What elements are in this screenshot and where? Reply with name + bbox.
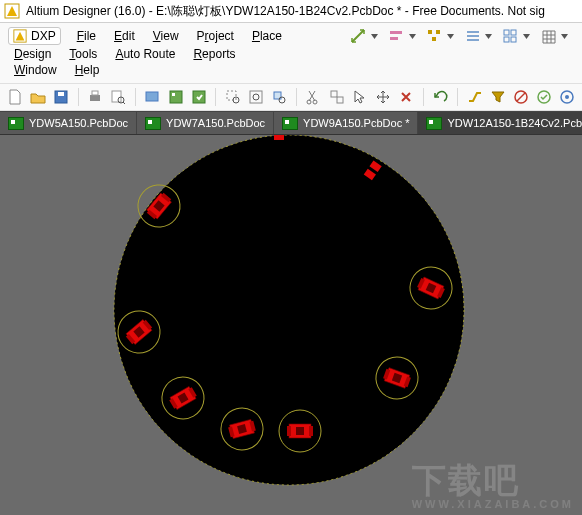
svg-rect-22: [227, 91, 236, 100]
svg-rect-31: [337, 97, 343, 103]
compile-icon[interactable]: [190, 88, 207, 106]
dxp-label: DXP: [31, 29, 56, 43]
tab-label: YDW5A150.PcbDoc: [29, 117, 128, 129]
svg-rect-6: [432, 37, 436, 41]
svg-rect-40: [274, 135, 284, 140]
route-icon[interactable]: [466, 88, 483, 106]
menu-help[interactable]: Help: [73, 61, 102, 79]
menu-window[interactable]: Window: [12, 61, 59, 79]
clear-icon[interactable]: [398, 88, 415, 106]
move-icon[interactable]: [374, 88, 391, 106]
print-icon[interactable]: [87, 88, 104, 106]
document-tab[interactable]: YDW7A150.PcbDoc: [137, 112, 274, 134]
browse-icon[interactable]: [559, 88, 576, 106]
svg-line-17: [123, 102, 125, 104]
svg-rect-9: [504, 37, 509, 42]
svg-rect-70: [287, 426, 291, 436]
pcb-canvas[interactable]: 下载吧 WWW.XIAZAIBA.COM: [0, 135, 582, 515]
dxp-menu-button[interactable]: DXP: [8, 27, 61, 45]
svg-rect-21: [193, 91, 205, 103]
pcb-doc-icon: [8, 117, 24, 130]
menu-edit[interactable]: Edit: [112, 27, 137, 45]
svg-line-33: [517, 93, 525, 101]
svg-rect-8: [511, 30, 516, 35]
svg-rect-14: [92, 91, 98, 95]
standard-toolbar: [0, 84, 582, 111]
preview-icon[interactable]: [110, 88, 127, 106]
svg-rect-19: [170, 91, 182, 103]
tool-distribute-icon[interactable]: [426, 28, 454, 44]
svg-rect-20: [172, 93, 175, 96]
svg-rect-15: [112, 91, 121, 102]
select-icon[interactable]: [351, 88, 368, 106]
menu-view[interactable]: View: [151, 27, 181, 45]
menu-project[interactable]: Project: [195, 27, 236, 45]
save-icon[interactable]: [52, 88, 69, 106]
svg-rect-12: [58, 92, 64, 96]
undo-icon[interactable]: [432, 88, 449, 106]
menu-place[interactable]: Place: [250, 27, 284, 45]
cut-icon[interactable]: [305, 88, 322, 106]
document-tab[interactable]: YDW9A150.PcbDoc *: [274, 112, 418, 134]
svg-rect-5: [436, 30, 440, 34]
svg-rect-18: [146, 92, 158, 101]
svg-rect-10: [511, 37, 516, 42]
tool-spacing-icon[interactable]: [464, 28, 492, 44]
highlight-on-icon[interactable]: [535, 88, 552, 106]
svg-point-27: [279, 97, 285, 103]
tab-label: YDW12A150-1B24Cv2.PcbDoc *: [447, 117, 582, 129]
open-file-icon[interactable]: [29, 88, 46, 106]
menu-bar: DXP File Edit View Project Place Design …: [0, 23, 582, 84]
document-tabstrip: YDW5A150.PcbDocYDW7A150.PcbDocYDW9A150.P…: [0, 111, 582, 135]
svg-rect-2: [390, 31, 402, 34]
pcb-board-view[interactable]: [0, 135, 582, 515]
format-toolbar: [350, 28, 574, 44]
tool-grid-icon[interactable]: [540, 28, 568, 44]
pcb-doc-icon: [426, 117, 442, 130]
new-file-icon[interactable]: [6, 88, 23, 106]
zoom-area-icon[interactable]: [224, 88, 241, 106]
tab-label: YDW7A150.PcbDoc: [166, 117, 265, 129]
title-bar: Altium Designer (16.0) - E:\陈聪\灯板\YDW12A…: [0, 0, 582, 23]
filter-icon[interactable]: [489, 88, 506, 106]
menu-file[interactable]: File: [75, 27, 98, 45]
pcb-doc-icon: [282, 117, 298, 130]
workspace-icon[interactable]: [144, 88, 161, 106]
zoom-fit-icon[interactable]: [248, 88, 265, 106]
svg-rect-30: [331, 91, 337, 97]
svg-rect-72: [296, 427, 304, 435]
svg-rect-7: [504, 30, 509, 35]
highlight-off-icon[interactable]: [512, 88, 529, 106]
svg-rect-13: [90, 95, 100, 101]
app-logo-icon: [4, 3, 20, 19]
svg-point-25: [253, 94, 259, 100]
tool-array-icon[interactable]: [502, 28, 530, 44]
zoom-selected-icon[interactable]: [271, 88, 288, 106]
document-tab[interactable]: YDW5A150.PcbDoc: [0, 112, 137, 134]
svg-rect-3: [390, 37, 398, 40]
document-tab[interactable]: YDW12A150-1B24Cv2.PcbDoc *: [418, 112, 582, 134]
svg-rect-24: [250, 91, 262, 103]
tab-label: YDW9A150.PcbDoc *: [303, 117, 409, 129]
tool-align-icon[interactable]: [388, 28, 416, 44]
library-icon[interactable]: [167, 88, 184, 106]
svg-rect-71: [309, 426, 313, 436]
cross-select-icon[interactable]: [328, 88, 345, 106]
svg-rect-4: [428, 30, 432, 34]
window-title: Altium Designer (16.0) - E:\陈聪\灯板\YDW12A…: [26, 3, 545, 20]
tool-dimension-icon[interactable]: [350, 28, 378, 44]
svg-point-36: [565, 95, 569, 99]
pcb-doc-icon: [145, 117, 161, 130]
